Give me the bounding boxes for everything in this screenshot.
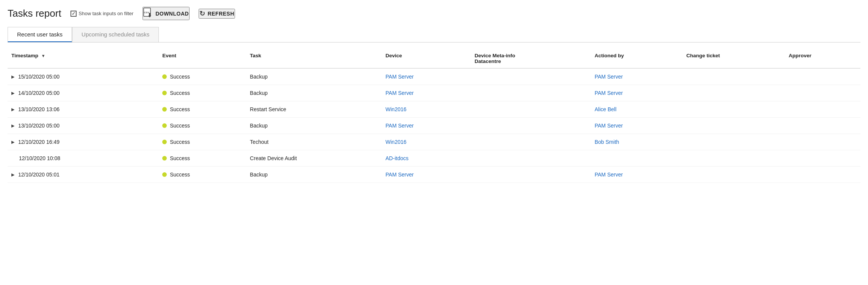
cell-timestamp: 12/10/2020 10:08 — [8, 150, 158, 167]
cell-meta — [471, 167, 591, 183]
cell-task: Techout — [246, 134, 382, 150]
cell-approver — [785, 134, 860, 150]
checkmark-icon: ✓ — [72, 11, 75, 16]
expand-arrow-icon[interactable]: ▶ — [11, 123, 14, 128]
cell-change-ticket — [683, 85, 785, 101]
cell-task: Restart Service — [246, 101, 382, 118]
col-header-device: Device — [382, 43, 471, 68]
expand-arrow-icon[interactable]: ▶ — [11, 74, 14, 79]
cell-timestamp: ▶13/10/2020 13:06 — [8, 101, 158, 118]
csv-icon: CSV — [143, 8, 153, 19]
refresh-button[interactable]: ↻ REFRESH — [199, 9, 235, 19]
cell-event: Success — [158, 167, 246, 183]
actioned-by-link[interactable]: PAM Server — [595, 172, 623, 178]
actioned-by-link[interactable]: PAM Server — [595, 90, 623, 96]
cell-actioned-by — [591, 150, 683, 167]
cell-device[interactable]: PAM Server — [382, 68, 471, 85]
actioned-by-link[interactable]: PAM Server — [595, 123, 623, 129]
table-row: ▶13/10/2020 05:00SuccessBackupPAM Server… — [8, 118, 860, 134]
device-link[interactable]: PAM Server — [385, 90, 414, 96]
show-filter-checkbox[interactable]: ✓ — [71, 11, 77, 17]
filter-label: Show task inputs on filter — [79, 11, 134, 16]
device-link[interactable]: PAM Server — [385, 172, 414, 178]
cell-change-ticket — [683, 68, 785, 85]
cell-change-ticket — [683, 118, 785, 134]
table-row: ▶12/10/2020 05:01SuccessBackupPAM Server… — [8, 167, 860, 183]
download-label: DOWNLOAD — [155, 11, 189, 17]
cell-event: Success — [158, 118, 246, 134]
expand-arrow-icon[interactable]: ▶ — [11, 140, 14, 145]
cell-actioned-by[interactable]: PAM Server — [591, 68, 683, 85]
cell-device[interactable]: AD-itdocs — [382, 150, 471, 167]
tab-recent-user-tasks[interactable]: Recent user tasks — [8, 27, 72, 42]
cell-meta — [471, 118, 591, 134]
cell-actioned-by[interactable]: PAM Server — [591, 118, 683, 134]
cell-timestamp: ▶13/10/2020 05:00 — [8, 118, 158, 134]
cell-task: Backup — [246, 68, 382, 85]
cell-actioned-by[interactable]: PAM Server — [591, 167, 683, 183]
actioned-by-link[interactable]: PAM Server — [595, 74, 623, 80]
cell-approver — [785, 101, 860, 118]
page-title: Tasks report — [8, 8, 61, 19]
svg-text:CSV: CSV — [144, 11, 149, 14]
device-link[interactable]: PAM Server — [385, 74, 414, 80]
cell-change-ticket — [683, 134, 785, 150]
cell-approver — [785, 68, 860, 85]
cell-timestamp: ▶15/10/2020 05:00 — [8, 68, 158, 85]
device-link[interactable]: PAM Server — [385, 123, 414, 129]
tasks-table-container: Timestamp ▼ Event Task Device Device Met… — [8, 43, 860, 183]
cell-task: Backup — [246, 167, 382, 183]
page-header: Tasks report ✓ Show task inputs on filte… — [8, 7, 860, 20]
expand-arrow-icon[interactable]: ▶ — [11, 107, 14, 112]
cell-meta — [471, 85, 591, 101]
col-header-actioned-by: Actioned by — [591, 43, 683, 68]
cell-actioned-by[interactable]: Alice Bell — [591, 101, 683, 118]
expand-arrow-icon[interactable]: ▶ — [11, 172, 14, 177]
status-dot-icon — [162, 74, 167, 79]
cell-actioned-by[interactable]: Bob Smith — [591, 134, 683, 150]
cell-task: Backup — [246, 85, 382, 101]
table-row: ▶12/10/2020 16:49SuccessTechoutWin2016Bo… — [8, 134, 860, 150]
status-dot-icon — [162, 156, 167, 161]
tab-bar: Recent user tasks Upcoming scheduled tas… — [8, 27, 860, 43]
col-header-event: Event — [158, 43, 246, 68]
status-dot-icon — [162, 172, 167, 177]
device-link[interactable]: Win2016 — [385, 106, 406, 112]
cell-device[interactable]: Win2016 — [382, 101, 471, 118]
cell-device[interactable]: PAM Server — [382, 118, 471, 134]
table-row: ▶13/10/2020 13:06SuccessRestart ServiceW… — [8, 101, 860, 118]
col-header-approver: Approver — [785, 43, 860, 68]
device-link[interactable]: AD-itdocs — [385, 155, 409, 161]
actioned-by-link[interactable]: Bob Smith — [595, 139, 619, 145]
cell-device[interactable]: PAM Server — [382, 85, 471, 101]
device-link[interactable]: Win2016 — [385, 139, 406, 145]
cell-device[interactable]: Win2016 — [382, 134, 471, 150]
cell-approver — [785, 167, 860, 183]
sort-arrow-icon: ▼ — [41, 54, 45, 58]
cell-event: Success — [158, 68, 246, 85]
table-row: 12/10/2020 10:08SuccessCreate Device Aud… — [8, 150, 860, 167]
cell-change-ticket — [683, 101, 785, 118]
col-header-timestamp[interactable]: Timestamp ▼ — [8, 43, 158, 68]
actioned-by-link[interactable]: Alice Bell — [595, 106, 617, 112]
refresh-icon: ↻ — [199, 9, 205, 18]
status-dot-icon — [162, 107, 167, 112]
cell-meta — [471, 68, 591, 85]
cell-timestamp: ▶12/10/2020 16:49 — [8, 134, 158, 150]
cell-approver — [785, 85, 860, 101]
col-header-meta: Device Meta-infoDatacentre — [471, 43, 591, 68]
cell-event: Success — [158, 150, 246, 167]
cell-event: Success — [158, 134, 246, 150]
status-dot-icon — [162, 91, 167, 95]
cell-change-ticket — [683, 150, 785, 167]
cell-actioned-by[interactable]: PAM Server — [591, 85, 683, 101]
tab-upcoming-scheduled-tasks[interactable]: Upcoming scheduled tasks — [72, 27, 159, 42]
table-header-row: Timestamp ▼ Event Task Device Device Met… — [8, 43, 860, 68]
download-button[interactable]: CSV DOWNLOAD — [143, 7, 190, 20]
cell-timestamp: ▶12/10/2020 05:01 — [8, 167, 158, 183]
cell-approver — [785, 118, 860, 134]
cell-device[interactable]: PAM Server — [382, 167, 471, 183]
cell-meta — [471, 101, 591, 118]
cell-task: Create Device Audit — [246, 150, 382, 167]
expand-arrow-icon[interactable]: ▶ — [11, 91, 14, 96]
